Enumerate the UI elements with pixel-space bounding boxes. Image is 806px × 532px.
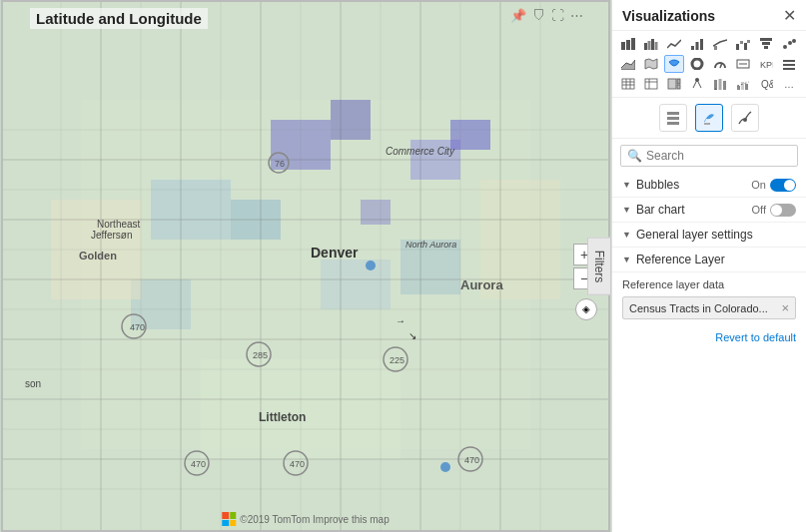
map-container[interactable]: 470 285 225 470 470 470 76 Commerce City…	[0, 0, 611, 532]
svg-text:son: son	[25, 378, 41, 389]
filled-map-icon[interactable]	[664, 55, 684, 73]
analytics-tab-icon[interactable]	[731, 104, 759, 132]
svg-text:Commerce City: Commerce City	[386, 146, 455, 157]
svg-text:470: 470	[290, 459, 305, 469]
svg-text:470: 470	[191, 459, 206, 469]
stacked-bar-icon[interactable]	[618, 35, 638, 53]
ribbon-icon[interactable]	[710, 75, 730, 93]
svg-rect-99	[622, 79, 634, 89]
decomposition-icon[interactable]	[687, 75, 707, 93]
more-icon[interactable]: ⋯	[570, 8, 583, 23]
svg-text:Jeffersøn: Jeffersøn	[91, 230, 133, 241]
search-input[interactable]	[646, 149, 791, 163]
svg-text:76: 76	[275, 159, 285, 169]
card-icon[interactable]	[733, 55, 753, 73]
ref-tag-remove-button[interactable]: ×	[781, 300, 789, 315]
svg-point-112	[695, 78, 699, 82]
svg-rect-123	[667, 117, 679, 120]
svg-rect-119	[745, 84, 748, 90]
bar-chart-toggle-track[interactable]	[770, 204, 796, 217]
svg-text:→: →	[396, 315, 405, 326]
revert-to-default-button[interactable]: Revert to default	[612, 325, 806, 345]
scatter-icon[interactable]	[779, 35, 799, 53]
svg-point-65	[366, 261, 376, 270]
svg-rect-10	[321, 260, 391, 309]
gauge-icon[interactable]	[710, 55, 730, 73]
combo-chart-icon[interactable]	[710, 35, 730, 53]
bubbles-label: Bubbles	[636, 178, 751, 192]
filters-tab[interactable]: Filters	[587, 237, 611, 295]
map-icon[interactable]	[641, 55, 661, 73]
svg-rect-98	[783, 68, 795, 70]
bubbles-section[interactable]: ▼ Bubbles On	[612, 173, 806, 198]
kpi-icon[interactable]: KPI	[756, 55, 776, 73]
svg-point-89	[788, 41, 792, 45]
svg-rect-71	[626, 40, 630, 50]
pan-button[interactable]: ◈	[575, 298, 597, 320]
funnel-icon[interactable]	[756, 35, 776, 53]
svg-rect-77	[691, 46, 694, 50]
svg-text:↘: ↘	[408, 330, 416, 341]
bar-chart-toggle[interactable]: Off	[752, 204, 796, 217]
svg-point-90	[792, 39, 796, 43]
panel-close-button[interactable]: ✕	[783, 8, 796, 24]
more-visuals-icon[interactable]: …	[779, 75, 799, 93]
svg-rect-96	[783, 60, 795, 62]
svg-rect-108	[677, 79, 680, 84]
donut-icon[interactable]	[687, 55, 707, 73]
svg-rect-115	[723, 81, 726, 90]
ref-data-label: Reference layer data	[622, 278, 796, 290]
treemap-icon[interactable]	[664, 75, 684, 93]
fullscreen-icon[interactable]: ⛶	[551, 8, 564, 23]
fields-icon[interactable]	[659, 104, 687, 132]
svg-rect-83	[744, 43, 747, 50]
line-chart-icon[interactable]	[664, 35, 684, 53]
general-chevron: ▼	[622, 230, 631, 240]
ref-layer-chevron: ▼	[622, 255, 631, 265]
svg-rect-118	[741, 82, 744, 90]
bar-chart-label: Bar chart	[636, 203, 752, 217]
waterfall-icon[interactable]	[733, 35, 753, 53]
filter-icon[interactable]: ⛉	[532, 8, 545, 23]
map-footer: ©2019 TomTom Improve this map	[222, 512, 389, 526]
qna-icon[interactable]: Q&A	[756, 75, 776, 93]
bubbles-toggle-track[interactable]	[770, 179, 796, 192]
svg-rect-114	[719, 79, 722, 90]
search-box[interactable]: 🔍	[620, 145, 798, 167]
clustered-bar-icon[interactable]	[641, 35, 661, 53]
bubbles-toggle[interactable]: On	[751, 179, 796, 192]
svg-text:Golden: Golden	[79, 250, 117, 262]
svg-rect-81	[736, 44, 739, 50]
map-attribution: ©2019 TomTom Improve this map	[240, 514, 389, 525]
svg-point-91	[692, 59, 702, 69]
ref-tag-text: Census Tracts in Colorado...	[629, 302, 768, 314]
svg-rect-124	[667, 122, 679, 125]
waterfall2-icon[interactable]	[733, 75, 753, 93]
format-paint-icon[interactable]	[695, 104, 723, 132]
panel-sections: ▼ Bubbles On ▼ Bar chart Off ▼ Gener	[612, 173, 806, 532]
area-chart-icon[interactable]	[618, 55, 638, 73]
svg-rect-70	[621, 42, 625, 50]
bar-chart-icon[interactable]	[687, 35, 707, 53]
svg-text:North Aurora: North Aurora	[405, 240, 456, 250]
svg-rect-84	[747, 40, 750, 43]
matrix-icon[interactable]	[641, 75, 661, 93]
general-layer-section[interactable]: ▼ General layer settings	[612, 223, 806, 248]
panel-title: Visualizations	[622, 8, 715, 24]
bubbles-chevron: ▼	[622, 180, 631, 190]
table-icon[interactable]	[618, 75, 638, 93]
svg-point-126	[743, 118, 747, 122]
slicer-icon[interactable]	[779, 55, 799, 73]
reference-layer-section[interactable]: ▼ Reference Layer	[612, 248, 806, 272]
svg-rect-4	[331, 100, 371, 140]
svg-rect-73	[644, 43, 647, 50]
svg-rect-7	[361, 200, 391, 225]
svg-text:225: 225	[390, 355, 404, 365]
svg-text:Denver: Denver	[311, 245, 359, 261]
svg-rect-117	[737, 86, 740, 90]
svg-text:Littleton: Littleton	[259, 410, 306, 424]
svg-text:Aurora: Aurora	[460, 277, 503, 292]
panel-header: Visualizations ✕	[612, 0, 806, 31]
bar-chart-section[interactable]: ▼ Bar chart Off	[612, 198, 806, 223]
pin-icon[interactable]: 📌	[510, 8, 526, 23]
